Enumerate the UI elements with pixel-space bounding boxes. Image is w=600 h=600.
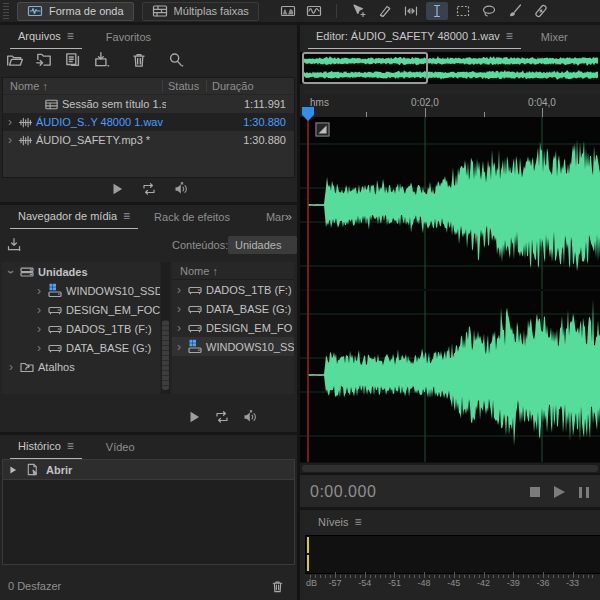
list-item[interactable]: ›WINDOWS10_SS [172,337,294,356]
zoom-selection-box[interactable] [302,52,428,84]
expand-chevron-icon[interactable]: › [6,360,16,374]
tree-item[interactable]: ›DESIGN_EM_FOCO ( [2,300,160,319]
waveform-view-button[interactable]: Forma de onda [17,2,134,21]
level-meter[interactable] [305,535,600,574]
panel-menu-icon[interactable]: ≡ [506,30,513,42]
column-status[interactable]: Status [162,80,206,92]
spot-healing-brush-tool-button[interactable] [530,2,552,20]
meter-tick [315,575,316,578]
download-icon[interactable] [6,237,22,253]
razor-tool-button[interactable] [374,2,396,20]
drive-icon [47,302,63,318]
list-item[interactable]: ›DATA_BASE (G:) [172,299,294,318]
time-selection-tool-button[interactable] [426,2,448,20]
zoom-navigator[interactable] [300,52,600,84]
expand-chevron-icon[interactable]: › [34,284,44,298]
meter-left-channel [307,537,309,553]
expand-chevron-icon[interactable]: › [174,340,184,354]
tab-arquivos[interactable]: Arquivos ≡ [10,25,82,49]
expand-chevron-icon[interactable]: › [5,133,15,147]
search-icon[interactable] [167,51,185,69]
tab-historico[interactable]: Histórico ≡ [10,435,82,459]
loop-icon[interactable] [214,409,230,425]
toolbar-grip[interactable] [3,3,9,19]
expand-chevron-icon[interactable]: › [5,115,15,129]
new-item-icon[interactable] [64,51,82,69]
expand-chevron-icon[interactable]: › [34,322,44,336]
trash-icon[interactable] [130,51,148,69]
expand-chevron-icon[interactable]: › [34,303,44,317]
tree-item[interactable]: ›WINDOWS10_SSD (C [2,281,160,300]
spectral-display-button[interactable] [277,2,299,20]
file-row[interactable]: Sessão sem título 1.sesx *1:11.991 [3,95,294,113]
file-row[interactable]: ›ÁUDIO_SAFETY.mp3 *1:30.880 [3,131,294,149]
marquee-selection-tool-button[interactable] [452,2,474,20]
play-icon[interactable] [186,409,202,425]
list-item[interactable]: ›DESIGN_EM_FO [172,318,294,337]
meter-tick [528,575,529,578]
db-scale-label: -45 [447,578,460,588]
panel-menu-icon[interactable]: ≡ [67,30,74,42]
tree-item[interactable]: ›Unidades [2,262,160,281]
tab-video[interactable]: Vídeo [98,435,143,458]
meter-tick [404,575,405,578]
multitrack-view-button[interactable]: Múltiplas faixas [142,2,259,21]
tree-item[interactable]: ›DATA_BASE (G:) [2,338,160,357]
tab-marcadores[interactable]: Mar [258,205,285,228]
play-button[interactable] [554,486,565,498]
column-duracao[interactable]: Duração [206,80,294,92]
tab-favoritos[interactable]: Favoritos [98,25,159,48]
hud-toggle-icon[interactable] [315,122,330,137]
autoplay-speaker-icon[interactable] [173,181,189,197]
trash-icon[interactable] [270,579,285,594]
meter-tick [464,575,465,578]
panel-menu-icon[interactable]: ≡ [355,516,362,528]
tab-overflow-chevrons-icon[interactable]: » [285,209,292,224]
panel-menu-icon[interactable]: ≡ [123,210,130,222]
history-entry[interactable]: Abrir [3,460,294,480]
timeline-ruler[interactable]: hms 0:02,00:04,0 [300,95,600,118]
tree-item[interactable]: ›DADOS_1TB (F:) [2,319,160,338]
contents-dropdown[interactable]: Unidades [228,236,297,254]
expand-chevron-icon[interactable]: › [174,283,184,297]
list-item[interactable]: ›DADOS_1TB (F:) [172,280,294,299]
autoplay-speaker-icon[interactable] [242,409,258,425]
column-nome[interactable]: Nome ↑ [3,80,162,92]
export-icon[interactable] [93,51,111,69]
expand-chevron-icon[interactable]: › [174,321,184,335]
expand-chevron-icon[interactable]: › [4,267,18,277]
time-display[interactable]: 0:00.000 [310,483,376,501]
list-column-nome[interactable]: Nome ↑ [172,262,294,280]
tab-navegador-de-midia[interactable]: Navegador de mídia ≡ [10,205,138,229]
slip-tool-button[interactable] [400,2,422,20]
meter-right-channel [307,555,309,571]
waveform-display[interactable] [300,117,600,462]
loop-icon[interactable] [141,181,157,197]
tree-item[interactable]: ›Atalhos [2,357,160,376]
tab-rack-de-efeitos[interactable]: Rack de efeitos [146,205,238,228]
import-file-icon[interactable] [35,51,53,69]
tab-mixer[interactable]: Mixer [533,25,576,48]
panel-menu-icon[interactable]: ≡ [67,440,74,452]
tab-editor[interactable]: Editor: ÁUDIO_SAFETY 48000 1.wav ≡ [308,25,521,49]
meter-tick [548,575,549,578]
multitrack-view-label: Múltiplas faixas [174,5,249,17]
lasso-selection-tool-button[interactable] [478,2,500,20]
scrollbar-thumb[interactable] [302,465,598,472]
tree-scrollbar[interactable] [161,262,170,394]
play-icon[interactable] [109,181,125,197]
tab-niveis[interactable]: Níveis ≡ [310,510,370,533]
expand-chevron-icon[interactable]: › [34,341,44,355]
stop-button[interactable] [530,487,540,497]
file-row[interactable]: ›ÁUDIO_S..Y 48000 1.wav1:30.880 [3,113,294,131]
scrollbar-thumb[interactable] [162,320,169,390]
pause-button[interactable] [579,487,589,498]
open-folder-icon[interactable] [6,51,24,69]
paintbrush-selection-tool-button[interactable] [504,2,526,20]
move-tool-button[interactable] [348,2,370,20]
expand-chevron-icon[interactable]: › [174,302,184,316]
drive-icon [187,301,203,317]
history-entry-label: Abrir [46,464,72,476]
waveform-display-button[interactable] [303,2,325,20]
meter-tick [409,575,410,578]
